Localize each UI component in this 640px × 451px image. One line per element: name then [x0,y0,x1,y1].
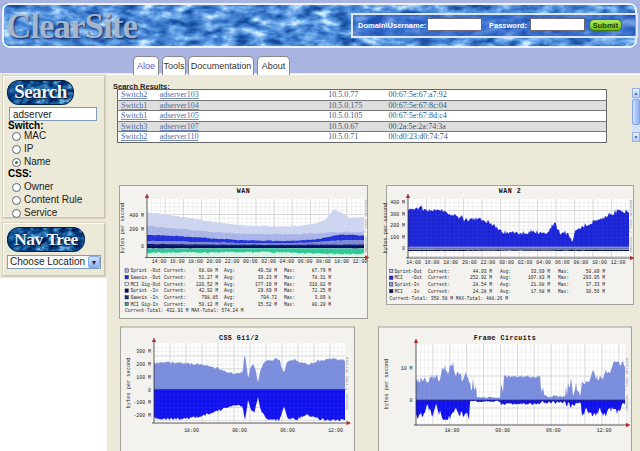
svg-text:0: 0 [410,398,413,403]
svg-text:Frame Circuits: Frame Circuits [474,335,536,342]
svg-text:bytes per second: bytes per second [384,359,390,410]
svg-text:00:00: 00:00 [495,428,510,433]
svg-text:10 M: 10 M [401,366,413,371]
svg-text:RRDTOOL / TOBI OETIKER: RRDTOOL / TOBI OETIKER [625,357,629,410]
svg-text:06:00: 06:00 [546,428,561,433]
svg-text:12:00: 12:00 [597,428,612,433]
svg-text:18:00: 18:00 [445,428,460,433]
